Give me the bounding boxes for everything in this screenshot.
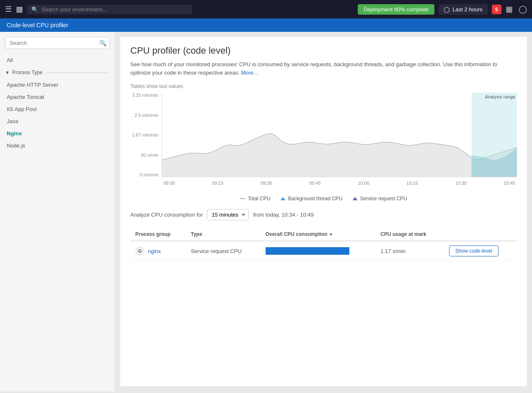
time-range-badge[interactable]: ◯ Last 2 hours [439, 4, 488, 15]
col-actions [444, 228, 517, 241]
sidebar-item-iis-app-pool[interactable]: IIS App Pool [0, 103, 115, 115]
show-code-level-button[interactable]: Show code-level [449, 246, 498, 256]
sidebar-section-label: Process Type [12, 70, 42, 75]
search-icon: 🔍 [31, 6, 38, 13]
legend-total-cpu-icon [240, 198, 245, 199]
legend-total-cpu-label: Total CPU [248, 196, 270, 202]
chat-icon[interactable]: ▦ [506, 5, 513, 14]
y-label-2: 1.67 min/min [132, 132, 158, 137]
sidebar-item-nginx[interactable]: Nginx [0, 127, 115, 140]
chevron-down-icon: ▼ [5, 70, 10, 75]
x-label-5: 10:15 [406, 181, 418, 186]
x-label-6: 10:30 [455, 181, 467, 186]
nginx-link[interactable]: nginx [148, 248, 161, 254]
analysis-range-label: Analysis range [485, 94, 515, 99]
y-label-0: 3.33 min/min [132, 93, 158, 98]
tables-last-values-label: Tables show last values [130, 83, 517, 89]
legend-service-req-icon [353, 197, 358, 200]
x-label-4: 10:00 [358, 181, 369, 186]
cpu-usage-bar [266, 247, 349, 255]
sidebar-section-process-type: ▼ Process Type [0, 66, 115, 79]
sidebar-search-container[interactable]: 🔍 [5, 37, 110, 49]
x-label-0: 09:00 [163, 181, 175, 186]
legend-service-req: Service request CPU [353, 196, 407, 202]
table-cell-cpu-bar [261, 241, 376, 261]
y-label-4: 0 ms/min [139, 172, 158, 177]
col-overall-cpu[interactable]: Overall CPU consumption ▼ [261, 228, 376, 241]
chart-x-axis: 09:00 09:15 09:30 09:45 10:00 10:15 10:3… [162, 177, 517, 189]
x-label-2: 09:30 [261, 181, 272, 186]
page-description: See how much of your monitored processes… [130, 60, 517, 77]
user-icon[interactable]: ◯ [519, 5, 527, 14]
cpu-table-container: Process group Type Overall CPU consumpti… [130, 228, 517, 261]
sort-arrow-icon: ▼ [329, 232, 333, 237]
notification-badge[interactable]: 5 [492, 5, 501, 14]
clock-icon: ◯ [444, 6, 450, 13]
legend-service-req-label: Service request CPU [360, 196, 407, 202]
cpu-chart: 3.33 min/min 2.5 min/min 1.67 min/min 50… [130, 93, 517, 189]
page-title: CPU profiler (code level) [130, 45, 517, 56]
y-label-3: 50 s/min [141, 153, 158, 158]
analyze-prefix: Analyze CPU consumption for [130, 212, 203, 218]
sidebar-search-icon: 🔍 [99, 40, 106, 47]
table-cell-cpu-val: 1.17 s/min [375, 241, 444, 261]
legend-bg-thread: Background thread CPU [280, 196, 342, 202]
col-type: Type [186, 228, 260, 241]
global-search-bar[interactable]: 🔍 [27, 5, 192, 14]
legend-bg-thread-icon [280, 197, 285, 200]
nginx-process-icon: G [135, 246, 145, 256]
sidebar-item-apache-http[interactable]: Apache HTTP Server [0, 79, 115, 91]
global-search-input[interactable] [41, 6, 188, 13]
top-nav: ☰ ▩ 🔍 Deployment 90% complete ◯ Last 2 h… [0, 0, 532, 18]
col-process-group: Process group [130, 228, 186, 241]
main-content: CPU profiler (code level) See how much o… [120, 37, 527, 386]
page-title-text: Code-level CPU profiler [7, 22, 68, 28]
y-label-1: 2.5 min/min [134, 113, 158, 118]
table-row: G nginx Service request CPU 1.17 s/min [130, 241, 517, 261]
cpu-data-table: Process group Type Overall CPU consumpti… [130, 228, 517, 261]
x-label-1: 09:15 [212, 181, 224, 186]
sidebar-item-apache-tomcat[interactable]: Apache Tomcat [0, 91, 115, 103]
sidebar-item-nodejs[interactable]: Node.js [0, 140, 115, 152]
hamburger-icon[interactable]: ☰ [5, 5, 12, 14]
sidebar-item-java[interactable]: Java [0, 115, 115, 127]
col-cpu-usage: CPU usage at mark [375, 228, 444, 241]
x-label-3: 09:45 [309, 181, 321, 186]
analyze-row: Analyze CPU consumption for 5 minutes 15… [130, 209, 517, 220]
analyze-time-range: from today, 10:34 - 10:49 [253, 212, 313, 218]
table-cell-process-group: G nginx [130, 241, 186, 261]
chart-y-axis: 3.33 min/min 2.5 min/min 1.67 min/min 50… [130, 93, 162, 177]
page-desc-text: See how much of your monitored processes… [130, 61, 497, 76]
legend-total-cpu: Total CPU [240, 196, 270, 202]
chart-legend: Total CPU Background thread CPU Service … [130, 196, 517, 202]
page-title-bar: Code-level CPU profiler [0, 18, 532, 32]
table-cell-type: Service request CPU [186, 241, 260, 261]
monitor-icon: ▩ [16, 5, 23, 14]
time-label: Last 2 hours [452, 6, 483, 13]
legend-bg-thread-label: Background thread CPU [288, 196, 342, 202]
more-link[interactable]: More... [241, 70, 258, 76]
x-label-7: 10:45 [504, 181, 515, 186]
sidebar-search-input[interactable] [5, 37, 110, 49]
sidebar-item-all[interactable]: All [0, 54, 115, 66]
table-cell-action: Show code-level [444, 241, 517, 261]
analyze-duration-select[interactable]: 5 minutes 15 minutes 30 minutes 1 hour [207, 209, 249, 220]
chart-plot-area[interactable]: Analysis range [162, 93, 517, 177]
deployment-badge[interactable]: Deployment 90% complete [358, 4, 434, 15]
sidebar: 🔍 All ▼ Process Type Apache HTTP Server … [0, 32, 115, 391]
